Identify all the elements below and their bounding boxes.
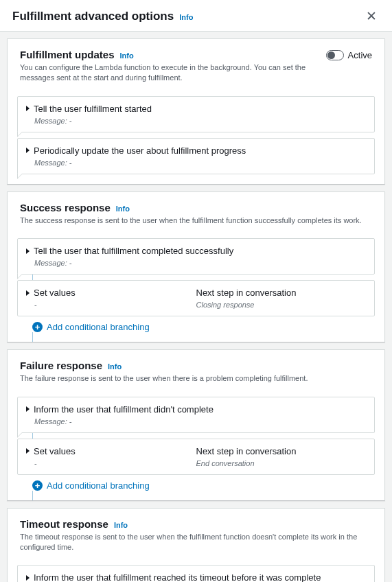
row-fulfillment-progress[interactable]: Periodically update the user about fulfi… <box>17 138 375 174</box>
info-link[interactable]: Info <box>116 205 130 213</box>
section-failure-response: Failure response Info The failure respon… <box>7 349 385 500</box>
panel-title: Fulfillment advanced options Info <box>12 10 193 23</box>
row-failure-set-next[interactable]: Set values - Next step in conversation E… <box>17 439 375 475</box>
info-link[interactable]: Info <box>120 51 134 60</box>
toggle-label: Active <box>348 50 372 60</box>
info-link[interactable]: Info <box>108 362 122 371</box>
set-values-sub: - <box>34 301 196 309</box>
section-desc: The failure response is sent to the user… <box>20 373 372 384</box>
add-conditional-branching[interactable]: + Add conditional branching <box>17 475 375 491</box>
panel-header-bar: Fulfillment advanced options Info ✕ <box>0 0 392 32</box>
section-desc: The success response is sent to the user… <box>20 216 372 226</box>
row-timeout-tell[interactable]: Inform the user that fulfillment reached… <box>17 565 375 582</box>
info-link[interactable]: Info <box>179 13 193 21</box>
next-step-sub: Closing response <box>196 301 367 309</box>
plus-icon: + <box>32 322 43 332</box>
message-preview: Message: - <box>34 259 366 267</box>
section-fulfillment-updates: Fulfillment updates Info You can configu… <box>7 38 385 185</box>
set-values-sub: - <box>34 459 196 467</box>
section-success-response: Success response Info The success respon… <box>7 191 385 342</box>
message-preview: Message: - <box>34 117 366 125</box>
row-success-tell[interactable]: Tell the user that fulfillment completed… <box>17 238 375 275</box>
info-link[interactable]: Info <box>114 521 128 529</box>
section-title: Timeout response <box>20 518 108 530</box>
section-desc: The timeout response is sent to the user… <box>20 532 372 553</box>
chevron-right-icon <box>26 290 30 296</box>
chevron-right-icon <box>26 448 30 454</box>
add-conditional-branching[interactable]: + Add conditional branching <box>17 316 375 332</box>
section-title: Failure response <box>20 360 102 371</box>
row-failure-tell[interactable]: Inform the user that fulfillment didn't … <box>17 397 375 433</box>
section-desc: You can configure the Lambda function to… <box>20 62 326 84</box>
chevron-right-icon <box>26 106 30 111</box>
active-toggle[interactable] <box>326 50 344 60</box>
section-title: Success response <box>20 202 111 213</box>
section-title: Fulfillment updates <box>20 49 115 60</box>
section-timeout-response: Timeout response Info The timeout respon… <box>7 508 385 582</box>
plus-icon: + <box>32 480 43 491</box>
chevron-right-icon <box>26 406 30 412</box>
message-preview: Message: - <box>34 159 366 167</box>
chevron-right-icon <box>26 148 30 153</box>
row-success-set-next[interactable]: Set values - Next step in conversation C… <box>17 280 375 316</box>
message-preview: Message: - <box>34 417 366 426</box>
chevron-right-icon <box>26 575 30 581</box>
close-icon[interactable]: ✕ <box>363 8 380 24</box>
next-step-title: Next step in conversation <box>196 288 367 298</box>
chevron-right-icon <box>26 248 30 254</box>
row-fulfillment-started[interactable]: Tell the user fulfillment started Messag… <box>17 96 375 132</box>
panel-title-text: Fulfillment advanced options <box>12 10 174 23</box>
next-step-sub: End conversation <box>196 459 367 467</box>
next-step-title: Next step in conversation <box>196 446 367 456</box>
